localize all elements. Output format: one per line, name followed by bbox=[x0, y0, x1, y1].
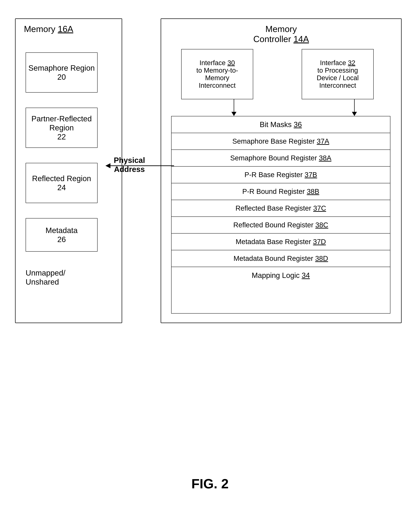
controller-title: Memory Controller 14A bbox=[253, 24, 309, 44]
reflected-region-label: Reflected Region 24 bbox=[32, 174, 91, 192]
interface-32-label: Interface 32 to Processing Device / Loca… bbox=[317, 59, 359, 89]
semaphore-base-register-row: Semaphore Base Register 37A bbox=[172, 133, 390, 150]
metadata-box: Metadata 26 bbox=[26, 218, 98, 252]
pr-base-register-row: P-R Base Register 37B bbox=[172, 167, 390, 183]
semaphore-region-label: Semaphore Region 20 bbox=[28, 64, 95, 82]
partner-reflected-label: Partner-Reflected Region 22 bbox=[31, 114, 92, 141]
memory-title: Memory 16A bbox=[24, 24, 73, 34]
metadata-label: Metadata 26 bbox=[46, 226, 78, 244]
controller-box: Memory Controller 14A Interface 30 to Me… bbox=[161, 19, 402, 323]
partner-reflected-region-box: Partner-Reflected Region 22 bbox=[26, 108, 98, 148]
svg-marker-3 bbox=[352, 112, 357, 116]
metadata-base-register-row: Metadata Base Register 37D bbox=[172, 234, 390, 250]
semaphore-region-box: Semaphore Region 20 bbox=[26, 52, 98, 93]
svg-marker-5 bbox=[105, 163, 110, 168]
interface-32-box: Interface 32 to Processing Device / Loca… bbox=[302, 49, 374, 99]
semaphore-bound-register-row: Semaphore Bound Register 38A bbox=[172, 150, 390, 167]
interface-30-box: Interface 30 to Memory-to- Memory Interc… bbox=[181, 49, 253, 99]
figure-label: FIG. 2 bbox=[192, 476, 228, 491]
pr-bound-register-row: P-R Bound Register 38B bbox=[172, 183, 390, 200]
bit-masks-row: Bit Masks 36 bbox=[172, 116, 390, 133]
metadata-bound-register-row: Metadata Bound Register 38D bbox=[172, 250, 390, 267]
memory-id: 16A bbox=[58, 24, 73, 34]
reflected-bound-register-row: Reflected Bound Register 38C bbox=[172, 217, 390, 234]
svg-marker-1 bbox=[231, 112, 237, 116]
reflected-region-box: Reflected Region 24 bbox=[26, 163, 98, 203]
physical-address-label: Physical Address bbox=[114, 156, 145, 174]
interface-30-label: Interface 30 to Memory-to- Memory Interc… bbox=[196, 59, 238, 89]
inner-controller-box: Bit Masks 36 Semaphore Base Register 37A… bbox=[171, 116, 390, 314]
unmapped-label: Unmapped/ Unshared bbox=[26, 268, 65, 286]
reflected-base-register-row: Reflected Base Register 37C bbox=[172, 200, 390, 217]
diagram-container: Memory 16A Semaphore Region 20 Partner-R… bbox=[10, 13, 408, 465]
mapping-logic-row: Mapping Logic 34 bbox=[172, 267, 390, 284]
